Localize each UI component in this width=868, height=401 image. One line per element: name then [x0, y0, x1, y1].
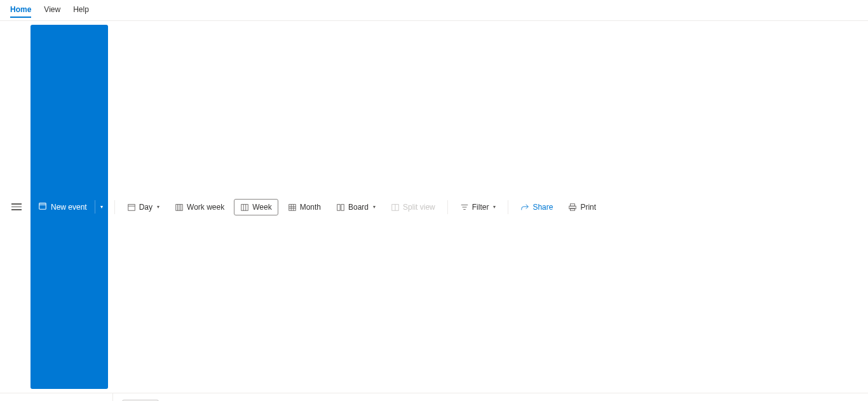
share-button[interactable]: Share [515, 200, 559, 215]
tab-view[interactable]: View [44, 3, 60, 18]
board-icon [336, 203, 345, 212]
month-icon [288, 203, 297, 212]
filter-icon [460, 203, 469, 212]
nav-toggle-icon[interactable] [6, 200, 27, 214]
calendar-plus-icon [38, 201, 47, 212]
toolbar: New event ▾ Day▾ Work week Week Month Bo… [0, 21, 868, 393]
print-button[interactable]: Print [562, 200, 602, 215]
new-event-dropdown[interactable]: ▾ [95, 200, 108, 214]
new-event-button[interactable]: New event ▾ [31, 25, 108, 389]
top-tab-bar: Home View Help [0, 0, 868, 21]
tab-help[interactable]: Help [73, 3, 89, 18]
new-event-label: New event [51, 203, 87, 212]
split-view-button: Split view [385, 200, 441, 215]
share-icon [520, 203, 529, 212]
svg-rect-23 [571, 203, 575, 206]
calendar-view: Today ‹ › 2023, April 30 – May 06 ▾ 30Su… [113, 393, 868, 401]
view-board-button[interactable]: Board▾ [330, 200, 381, 215]
view-week-button[interactable]: Week [234, 199, 278, 215]
tab-home[interactable]: Home [10, 3, 31, 18]
svg-rect-8 [241, 204, 248, 210]
svg-rect-17 [341, 204, 344, 210]
svg-rect-2 [128, 204, 135, 210]
view-month-button[interactable]: Month [282, 200, 327, 215]
filter-button[interactable]: Filter▾ [454, 200, 502, 215]
svg-rect-16 [337, 204, 340, 210]
sidebar: ▾ 2023 April ↑ ↓ SMTWTFS2627282930311234… [0, 393, 113, 401]
workweek-icon [175, 203, 184, 212]
day-icon [127, 203, 136, 212]
svg-rect-11 [288, 204, 295, 210]
split-icon [391, 203, 400, 212]
print-icon [568, 203, 577, 212]
svg-rect-0 [39, 203, 46, 210]
week-icon [240, 203, 249, 212]
view-day-button[interactable]: Day▾ [121, 200, 165, 215]
view-workweek-button[interactable]: Work week [169, 200, 230, 215]
